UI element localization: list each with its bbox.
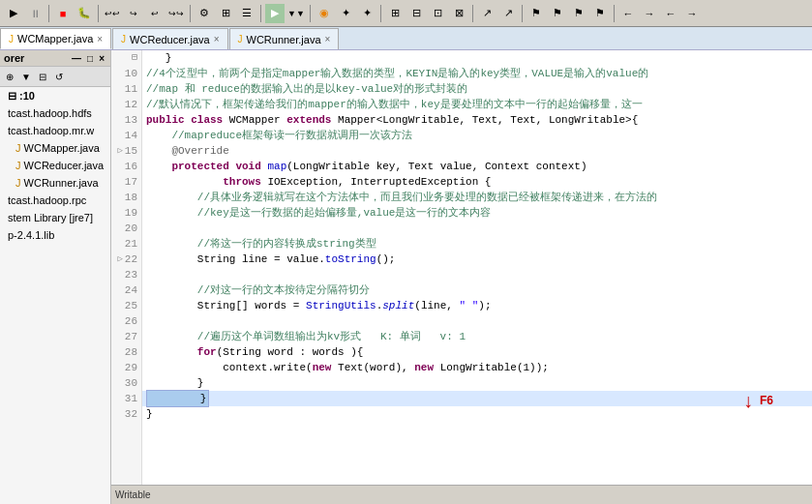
toolbar-btn-20[interactable]: ↗ [498,4,518,23]
tab-icon-wcreducer: J [121,34,126,44]
toolbar-btn-3[interactable]: ↩↩ [103,4,122,23]
main-toolbar: ▶ ⏸ ■ 🐛 ↩↩ ↪ ↩ ↪↪ ⚙ ⊞ ☰ ▶ ▼▼ ◉ ✦ ✦ ⊞ ⊟ ⊡… [0,0,812,27]
code-line-fold: } [142,50,812,66]
debug-button[interactable]: 🐛 [75,4,94,23]
toolbar-btn-10[interactable]: ▶ [265,4,285,23]
toolbar-btn-14[interactable]: ✦ [357,4,376,23]
toolbar-separator-5 [310,5,311,22]
tab-close-wcreducer[interactable]: × [214,34,220,44]
toolbar-btn-17[interactable]: ⊡ [428,4,447,23]
sidebar-item-wcrunner-file[interactable]: J WCRunner.java [0,174,110,192]
code-line-23 [142,267,812,282]
code-line-32: } [142,406,812,422]
forward-button-2[interactable]: → [682,4,702,23]
tab-label-wcrunner: WCRunner.java [247,34,321,45]
code-line-16: protected void map(LongWritable key, Tex… [142,159,812,174]
sidebar-close-btn[interactable]: × [97,53,106,64]
toolbar-btn-5[interactable]: ↩ [145,4,165,23]
forward-button[interactable]: → [640,4,659,23]
toolbar-btn-9[interactable]: ☰ [237,4,256,23]
file-icon-wcmapper: J [15,142,24,154]
sidebar-maximize-btn[interactable]: □ [85,53,95,64]
toolbar-btn-19[interactable]: ↗ [477,4,496,23]
tab-icon-wcrunner: J [238,34,243,44]
toolbar-btn-23[interactable]: ⚑ [569,4,588,23]
stop-button[interactable]: ■ [53,4,73,23]
line-22-marker: ▷ [117,252,122,267]
sidebar-refresh-btn[interactable]: ↺ [51,69,67,84]
code-line-10: //4个泛型中，前两个是指定mapper输入数据的类型，KEYIN是输入的key… [142,66,812,81]
sidebar-item-wcmapper-file[interactable]: J WCMapper.java [0,139,110,157]
line-num-32: 32 [115,406,137,422]
f6-arrow: ↓ [742,395,754,410]
sidebar-item-rpc[interactable]: tcast.hadoop.rpc [0,192,110,209]
code-line-30: } [142,375,812,391]
line-num-23: 23 [115,267,137,282]
toolbar-btn-15[interactable]: ⊞ [385,4,405,23]
fold-icon[interactable]: ⊟ [132,50,137,66]
sidebar-item-root[interactable]: ⊟ :10 [0,87,110,104]
sidebar-item-mrw[interactable]: tcast.hadoop.mr.w [0,122,110,139]
toolbar-btn-18[interactable]: ⊠ [449,4,468,23]
toolbar-btn-24[interactable]: ⚑ [590,4,610,23]
sidebar-new-btn[interactable]: ⊕ [2,69,17,84]
toolbar-btn-6[interactable]: ↪↪ [166,4,186,23]
run-button[interactable]: ▶ [4,4,23,23]
line-num-27: 27 [115,329,137,344]
sidebar-wcrunner-label: WCRunner.java [24,177,99,189]
line-num-21: 21 [115,236,137,252]
toolbar-separator-4 [260,5,261,22]
toolbar-btn-12[interactable]: ◉ [315,4,334,23]
tab-wcmapper[interactable]: J WCMapper.java × [0,28,111,49]
sidebar-wcreducer-label: WCReducer.java [24,160,105,171]
back-button-2[interactable]: ← [661,4,680,23]
code-line-24: //对这一行的文本按待定分隔符切分 [142,282,812,298]
pause-button[interactable]: ⏸ [25,4,45,23]
line-numbers: ⊟ 10 11 12 13 14 ▷15 16 17 18 19 20 21 ▷… [111,50,142,485]
code-line-25: String[] words = StringUtils.split(line,… [142,298,812,313]
toolbar-btn-22[interactable]: ⚑ [548,4,567,23]
code-line-18: //具体业务逻辑就写在这个方法体中，而且我们业务要处理的数据已经被框架传递进来，… [142,190,812,205]
toolbar-btn-11[interactable]: ▼▼ [286,4,306,23]
sidebar-collapse-btn[interactable]: ⊟ [35,69,50,84]
file-icon-wcreducer: J [15,160,24,171]
code-line-11: //map 和 reduce的数据输入出的是以key-value对的形式封装的 [142,81,812,97]
sidebar-wcmapper-label: WCMapper.java [24,142,100,154]
toolbar-btn-8[interactable]: ⊞ [216,4,235,23]
back-button[interactable]: ← [618,4,638,23]
line-num-31: 31 [115,391,137,406]
toolbar-btn-7[interactable]: ⚙ [195,4,214,23]
line-num-19: 19 [115,205,137,221]
toolbar-separator-2 [98,5,99,22]
tab-bar: J WCMapper.java × J WCReducer.java × J W… [0,27,812,50]
sidebar-item-mrw-label: tcast.hadoop.mr.w [8,125,94,136]
tab-wcrunner[interactable]: J WCRunner.java × [229,28,340,49]
tab-wcreducer[interactable]: J WCReducer.java × [112,28,227,49]
sidebar-item-hdfs-label: tcast.hadoop.hdfs [8,107,92,119]
status-text: Writable [115,489,151,500]
sidebar: orer — □ × ⊕ ▼ ⊟ ↺ ⊟ :10 tcast.hadoop.hd… [0,50,111,504]
sidebar-filter-btn[interactable]: ▼ [18,69,34,84]
bottom-status-bar: Writable [111,485,812,504]
line-num-25: 25 [115,298,137,313]
toolbar-btn-13[interactable]: ✦ [336,4,355,23]
tab-close-wcrunner[interactable]: × [325,34,331,44]
code-content: ⊟ 10 11 12 13 14 ▷15 16 17 18 19 20 21 ▷… [111,50,812,485]
line-num-16: 16 [115,159,137,174]
toolbar-btn-21[interactable]: ⚑ [526,4,546,23]
code-lines[interactable]: } //4个泛型中，前两个是指定mapper输入数据的类型，KEYIN是输入的k… [142,50,812,485]
sidebar-item-system-library-label: stem Library [jre7] [8,212,93,223]
sidebar-item-hdfs[interactable]: tcast.hadoop.hdfs [0,104,110,122]
tab-close-wcmapper[interactable]: × [97,34,103,44]
sidebar-header: orer — □ × [0,50,110,67]
sidebar-item-system-library[interactable]: stem Library [jre7] [0,209,110,226]
toolbar-btn-4[interactable]: ↪ [124,4,143,23]
sidebar-item-lib[interactable]: p-2.4.1.lib [0,226,110,244]
toolbar-btn-16[interactable]: ⊟ [406,4,426,23]
sidebar-item-wcreducer-file[interactable]: J WCReducer.java [0,157,110,174]
line-num-12: 12 [115,97,137,112]
line-num-13: 13 [115,112,137,128]
sidebar-minimize-btn[interactable]: — [70,53,83,64]
code-line-19: //key是这一行数据的起始偏移量,value是这一行的文本内容 [142,205,812,221]
sidebar-item-lib-label: p-2.4.1.lib [8,229,54,241]
